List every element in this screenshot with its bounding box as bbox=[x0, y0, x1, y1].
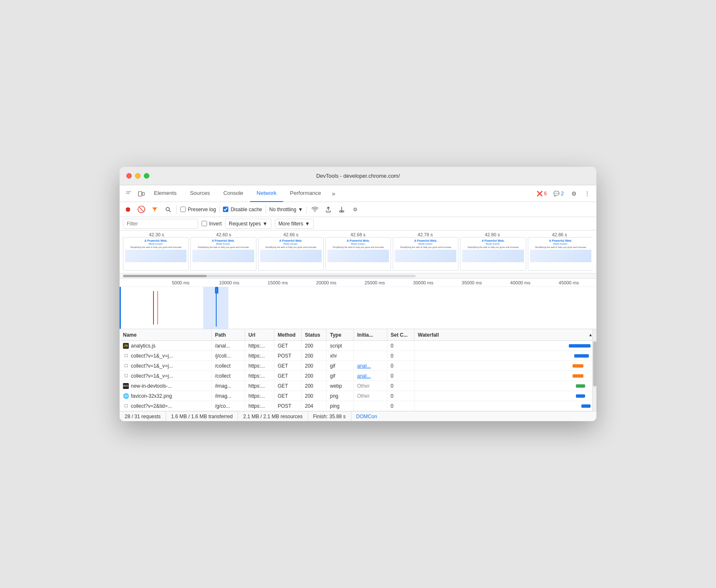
domcon-link[interactable]: DOMCon bbox=[351, 414, 382, 419]
record-button[interactable]: ⏺ bbox=[123, 205, 133, 215]
td-status-1: 200 bbox=[302, 351, 327, 360]
waterfall-bar-6 bbox=[581, 404, 591, 408]
td-name-4: IMG new-in-devtools-... bbox=[120, 381, 212, 391]
wifi-icon[interactable] bbox=[310, 205, 320, 215]
screenshot-6[interactable]: A Powerful Web. Made Easier. Simplifying… bbox=[528, 237, 593, 271]
td-status-0: 200 bbox=[302, 341, 327, 350]
preserve-log-input[interactable] bbox=[180, 207, 186, 212]
table-row[interactable]: ☐ collect?v=2&tid=... /g/co... https:...… bbox=[120, 401, 596, 411]
timeline-cursor-handle[interactable] bbox=[215, 287, 218, 294]
screenshot-2[interactable]: A Powerful Web. Made Easier. Simplifying… bbox=[258, 237, 324, 271]
th-initiator[interactable]: Initia... bbox=[354, 329, 387, 340]
table-scrollbar[interactable] bbox=[592, 329, 596, 411]
traffic-lights bbox=[126, 173, 149, 179]
invert-input[interactable] bbox=[202, 221, 207, 226]
svg-rect-3 bbox=[126, 193, 128, 194]
more-tabs-icon[interactable]: » bbox=[328, 188, 340, 199]
table-body: JS analytics.js /anal... https:... GET 2… bbox=[120, 341, 596, 411]
th-method[interactable]: Method bbox=[274, 329, 302, 340]
request-types-button[interactable]: Request types ▼ bbox=[225, 219, 271, 229]
devtools-settings-icon[interactable]: ⚙ bbox=[568, 188, 580, 199]
screenshot-4[interactable]: A Powerful Web. Made Easier. Simplifying… bbox=[393, 237, 458, 271]
th-status[interactable]: Status bbox=[302, 329, 327, 340]
td-method-5: GET bbox=[274, 391, 302, 401]
th-name[interactable]: Name bbox=[120, 329, 212, 340]
clear-button[interactable]: 🚫 bbox=[136, 205, 146, 215]
screenshot-preview-4 bbox=[395, 250, 456, 262]
filter-icon[interactable] bbox=[150, 205, 160, 215]
screenshot-5[interactable]: A Powerful Web. Made Easier. Simplifying… bbox=[460, 237, 526, 271]
tab-console[interactable]: Console bbox=[217, 185, 250, 202]
td-path-2: /collect bbox=[212, 361, 245, 371]
table-header: Name Path Url Method Status Type bbox=[120, 329, 596, 341]
tab-performance[interactable]: Performance bbox=[283, 185, 327, 202]
svg-rect-5 bbox=[138, 192, 142, 196]
table-scrollbar-thumb[interactable] bbox=[593, 341, 596, 386]
screenshot-3[interactable]: A Powerful Web. Made Easier. Simplifying… bbox=[325, 237, 391, 271]
td-url-3: https:... bbox=[245, 371, 274, 381]
filter-input[interactable] bbox=[123, 219, 198, 229]
tab-network[interactable]: Network bbox=[250, 185, 284, 202]
screenshot-0[interactable]: A Powerful Web. Made Easier. Simplifying… bbox=[123, 237, 189, 271]
device-mode-icon[interactable] bbox=[136, 188, 147, 199]
td-type-6: ping bbox=[327, 401, 354, 411]
table-row[interactable]: 🌐 favicon-32x32.png /imag... https:... G… bbox=[120, 391, 596, 401]
more-filters-chevron-icon: ▼ bbox=[305, 221, 310, 227]
td-waterfall-4 bbox=[414, 381, 596, 391]
screenshots-scrollbar[interactable] bbox=[120, 274, 596, 279]
tab-elements[interactable]: Elements bbox=[147, 185, 183, 202]
error-icon: ❌ bbox=[537, 191, 543, 197]
th-waterfall[interactable]: Waterfall ▲ bbox=[414, 329, 596, 340]
status-bar: 28 / 31 requests 1.6 MB / 1.6 MB transfe… bbox=[120, 411, 596, 421]
table-row[interactable]: IMG new-in-devtools-... /imag... https:.… bbox=[120, 381, 596, 391]
table-row[interactable]: JS analytics.js /anal... https:... GET 2… bbox=[120, 341, 596, 351]
timeline-body[interactable] bbox=[120, 287, 596, 329]
devtools-more-icon[interactable]: ⋮ bbox=[581, 188, 593, 199]
th-path[interactable]: Path bbox=[212, 329, 245, 340]
timeline-marker-red2 bbox=[157, 291, 158, 325]
td-init-4: Other bbox=[354, 381, 387, 391]
tick-10000: 10000 ms bbox=[205, 280, 253, 285]
td-type-5: png bbox=[327, 391, 354, 401]
td-waterfall-2 bbox=[414, 361, 596, 371]
maximize-button[interactable] bbox=[144, 173, 149, 179]
request-types-chevron-icon: ▼ bbox=[263, 221, 268, 227]
preserve-log-checkbox[interactable]: Preserve log bbox=[180, 207, 216, 212]
toolbar-divider4 bbox=[306, 205, 307, 214]
throttle-dropdown[interactable]: No throttling ▼ bbox=[269, 207, 303, 212]
scrollbar-thumb[interactable] bbox=[123, 275, 207, 277]
td-setc-6: 0 bbox=[387, 401, 414, 411]
search-icon[interactable] bbox=[163, 205, 173, 215]
more-filters-button[interactable]: More filters ▼ bbox=[275, 219, 314, 229]
tab-sources[interactable]: Sources bbox=[183, 185, 217, 202]
invert-checkbox[interactable]: Invert bbox=[202, 221, 222, 227]
filter-bar: Invert Request types ▼ More filters ▼ bbox=[120, 217, 596, 230]
img-icon: IMG bbox=[123, 383, 129, 389]
disable-cache-input[interactable] bbox=[223, 207, 228, 212]
timeline-marker-red1 bbox=[153, 291, 154, 325]
table-row[interactable]: ☐ collect?v=1&_v=j... /collect https:...… bbox=[120, 361, 596, 371]
scrollbar-track[interactable] bbox=[123, 275, 416, 277]
table-row[interactable]: ☐ collect?v=1&_v=j... /collect https:...… bbox=[120, 371, 596, 381]
screenshot-1[interactable]: A Powerful Web. Made Easier. Simplifying… bbox=[190, 237, 256, 271]
download-icon[interactable] bbox=[337, 205, 347, 215]
td-setc-3: 0 bbox=[387, 371, 414, 381]
table-row[interactable]: ☐ collect?v=1&_v=j... /j/coll... https:.… bbox=[120, 351, 596, 361]
disable-cache-checkbox[interactable]: Disable cache bbox=[223, 207, 262, 212]
th-set-cookies[interactable]: Set C... bbox=[387, 329, 414, 340]
td-name-2: ☐ collect?v=1&_v=j... bbox=[120, 361, 212, 371]
td-waterfall-6 bbox=[414, 401, 596, 411]
minimize-button[interactable] bbox=[135, 173, 141, 179]
network-settings-icon[interactable]: ⚙ bbox=[350, 205, 360, 215]
timeline-left-border bbox=[120, 287, 121, 329]
th-type[interactable]: Type bbox=[327, 329, 354, 340]
td-method-1: POST bbox=[274, 351, 302, 360]
svg-rect-2 bbox=[130, 191, 131, 192]
td-url-2: https:... bbox=[245, 361, 274, 371]
cursor-tool-icon[interactable] bbox=[123, 188, 135, 199]
tab-bar-tools bbox=[123, 188, 147, 199]
th-url[interactable]: Url bbox=[245, 329, 274, 340]
tick-5000: 5000 ms bbox=[156, 280, 205, 285]
close-button[interactable] bbox=[126, 173, 132, 179]
upload-icon[interactable] bbox=[323, 205, 333, 215]
